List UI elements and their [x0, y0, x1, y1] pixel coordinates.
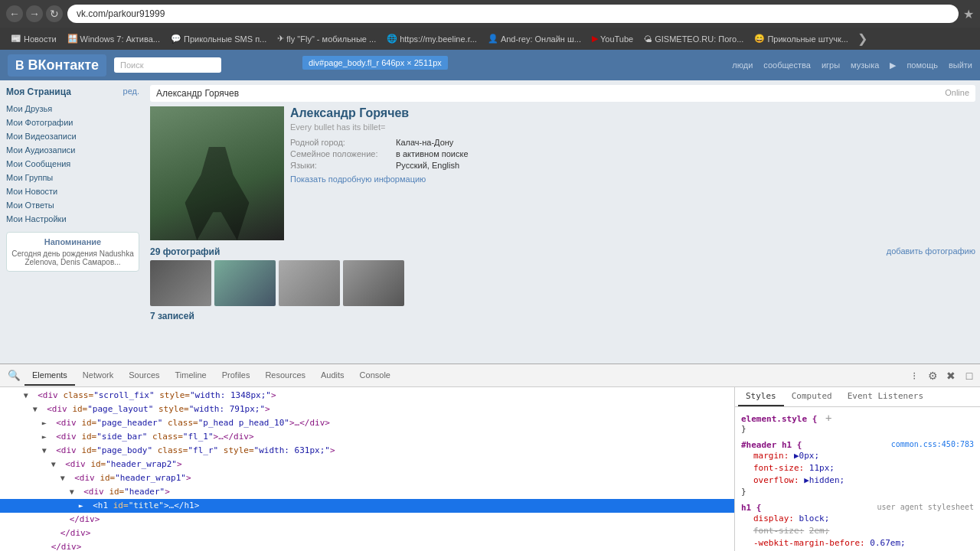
styles-add-property-button[interactable]: +	[825, 412, 831, 424]
devtools-settings-button[interactable]: ⚙	[925, 368, 940, 383]
html-line-page-header[interactable]: ► <div id="page_header" class="p_head p_…	[0, 416, 734, 430]
forward-button[interactable]: →	[26, 5, 43, 22]
sidebar-link-photos[interactable]: Мои Фотографии	[6, 116, 139, 129]
bookmark-novosti[interactable]: 📰 Новости	[6, 32, 61, 45]
styles-source-link[interactable]: common.css:450:783	[891, 440, 974, 448]
vk-nav-logout[interactable]: выйти	[949, 60, 972, 70]
vk-search-box[interactable]: Поиск	[114, 57, 221, 73]
html-tree-panel[interactable]: ▼ <div class="scroll_fix" style="width: …	[0, 387, 735, 551]
bookmark-youtube[interactable]: ▶ YouTube	[587, 32, 638, 45]
sidebar-link-videos[interactable]: Мои Видеозаписи	[6, 129, 139, 143]
bookmark-label: fly "Fly" - мобильные ...	[286, 34, 376, 44]
devtools-undock-button[interactable]: □	[962, 368, 977, 383]
back-button[interactable]: ←	[6, 5, 23, 22]
profile-status: Every bullet has its billet=	[290, 122, 975, 132]
styles-prop-display: display: block;	[741, 513, 974, 525]
tab-console[interactable]: Console	[352, 366, 398, 386]
photos-section: 29 фотографий добавить фотографию	[150, 246, 975, 306]
html-line-close-div2[interactable]: </div>	[0, 527, 734, 540]
devtools-close-button[interactable]: ✖	[943, 368, 959, 383]
photo-thumb-2[interactable]	[214, 260, 276, 306]
photo-thumb-4[interactable]	[343, 260, 404, 306]
browser-chrome: ← → ↻ ★ 📰 Новости 🪟 Windows 7: Актива...…	[0, 0, 980, 50]
sidebar-link-messages[interactable]: Мои Сообщения	[6, 157, 139, 171]
family-label: Семейное положение:	[290, 149, 390, 158]
bookmark-sms[interactable]: 💬 Прикольные SMS п...	[166, 32, 271, 45]
vk-logo-text: ВКонтакте	[28, 57, 100, 73]
html-line-header-wrap2[interactable]: ▼ <div id="header_wrap2">	[0, 458, 734, 471]
bookmark-icon: 📰	[11, 34, 21, 44]
profile-photo	[150, 106, 284, 240]
vk-nav-igry[interactable]: игры	[822, 60, 840, 70]
reminder-title: Напоминание	[11, 237, 134, 246]
hometown-value: Калач-на-Дону	[396, 138, 453, 147]
devtools-dock-button[interactable]: ⁝	[906, 368, 922, 383]
styles-tab-event-listeners[interactable]: Event Listeners	[840, 387, 931, 406]
bookmark-prikol[interactable]: 😄 Прикольные штучк...	[750, 32, 852, 45]
bookmark-fly[interactable]: ✈ fly "Fly" - мобильные ...	[273, 32, 381, 45]
devtools-body: ▼ <div class="scroll_fix" style="width: …	[0, 387, 980, 551]
tab-profiles[interactable]: Profiles	[214, 366, 258, 386]
family-value: в активном поиске	[396, 149, 469, 158]
devtools-search-button[interactable]: 🔍	[6, 368, 21, 383]
vk-nav-lyudi[interactable]: люди	[732, 60, 753, 70]
vk-main-content: Александр Горячев Online Александр Горяч…	[145, 80, 980, 364]
sidebar-link-news[interactable]: Мои Новости	[6, 184, 139, 198]
reload-button[interactable]: ↻	[46, 5, 63, 22]
html-line-h1-title[interactable]: ► <h1 id="title">…</h1>	[0, 499, 734, 513]
tab-sources[interactable]: Sources	[121, 366, 167, 386]
html-line-side-bar[interactable]: ► <div id="side_bar" class="fl_1">…</div…	[0, 430, 734, 444]
bookmark-gismeteo[interactable]: 🌤 GISMETEO.RU: Пого...	[639, 33, 748, 45]
styles-useragent-label: user agent stylesheet	[877, 503, 974, 511]
sidebar-edit-link[interactable]: ред.	[123, 86, 139, 97]
photo-thumb-3[interactable]	[279, 260, 340, 306]
bookmark-icon: 🪟	[67, 34, 78, 44]
vk-nav-muzyka[interactable]: музыка	[851, 60, 879, 70]
devtools-panel: 🔍 Elements Network Sources Timeline Prof…	[0, 364, 980, 551]
html-line-close-div3[interactable]: </div>	[0, 540, 734, 551]
vk-nav-help[interactable]: помощь	[906, 60, 938, 70]
bookmark-label: https://my.beeline.r...	[400, 34, 477, 44]
vk-navigation: люди сообщества игры музыка ▶ помощь вый…	[732, 60, 972, 70]
styles-panel: Styles Computed Event Listeners element.…	[735, 387, 980, 551]
styles-tab-styles[interactable]: Styles	[738, 387, 784, 406]
photo-thumb-1[interactable]	[150, 260, 211, 306]
bookmark-beeline[interactable]: 🌐 https://my.beeline.r...	[382, 32, 482, 45]
bookmarks-more-icon[interactable]: ❯	[854, 30, 871, 47]
tab-elements[interactable]: Elements	[24, 366, 75, 386]
lang-value: Русский, English	[396, 161, 459, 170]
photos-add-link[interactable]: добавить фотографию	[887, 246, 975, 257]
tab-resources[interactable]: Resources	[257, 366, 313, 386]
sidebar-link-friends[interactable]: Мои Друзья	[6, 102, 139, 116]
html-line-close-div1[interactable]: </div>	[0, 513, 734, 527]
styles-rule-h1-header: h1 { user agent stylesheet	[741, 503, 974, 513]
html-line-header-wrap1[interactable]: ▼ <div id="header_wrap1">	[0, 471, 734, 485]
html-line-page-layout[interactable]: ▼ <div id="page_layout" style="width: 79…	[0, 403, 734, 416]
vk-website: В ВКонтакте Поиск люди сообщества игры м…	[0, 50, 980, 364]
address-bar[interactable]	[67, 5, 959, 23]
bookmark-windows[interactable]: 🪟 Windows 7: Актива...	[63, 32, 165, 45]
tab-network[interactable]: Network	[75, 366, 121, 386]
sidebar-link-answers[interactable]: Мои Ответы	[6, 198, 139, 212]
tab-timeline[interactable]: Timeline	[168, 366, 214, 386]
html-line-header[interactable]: ▼ <div id="header">	[0, 485, 734, 499]
vk-nav-more[interactable]: ▶	[890, 60, 896, 70]
bookmark-star-icon[interactable]: ★	[963, 7, 974, 21]
tab-audits[interactable]: Audits	[313, 366, 352, 386]
lang-label: Языки:	[290, 161, 390, 170]
sidebar-link-audio[interactable]: Мои Аудиозаписи	[6, 143, 139, 157]
bookmark-icon: ▶	[592, 34, 598, 44]
styles-rule-h1: h1 { user agent stylesheet display: bloc…	[741, 503, 974, 551]
html-line-scroll-fix[interactable]: ▼ <div class="scroll_fix" style="width: …	[0, 389, 734, 403]
show-more-link[interactable]: Показать подробную информацию	[290, 174, 975, 184]
sidebar-link-groups[interactable]: Мои Группы	[6, 171, 139, 184]
sidebar-link-settings[interactable]: Мои Настройки	[6, 212, 139, 226]
html-line-page-body[interactable]: ▼ <div id="page_body" class="fl_r" style…	[0, 444, 734, 458]
vk-nav-soobshestva[interactable]: сообщества	[763, 60, 811, 70]
bookmark-andrey[interactable]: 👤 And-rey: Онлайн ш...	[483, 32, 586, 45]
bookmark-label: Новости	[24, 34, 57, 44]
bookmark-icon: 💬	[171, 34, 181, 44]
styles-tab-computed[interactable]: Computed	[784, 387, 840, 406]
expand-arrow: ▼	[24, 390, 33, 402]
styles-prop-webkit-margin-before: -webkit-margin-before: 0.67em;	[741, 537, 974, 549]
